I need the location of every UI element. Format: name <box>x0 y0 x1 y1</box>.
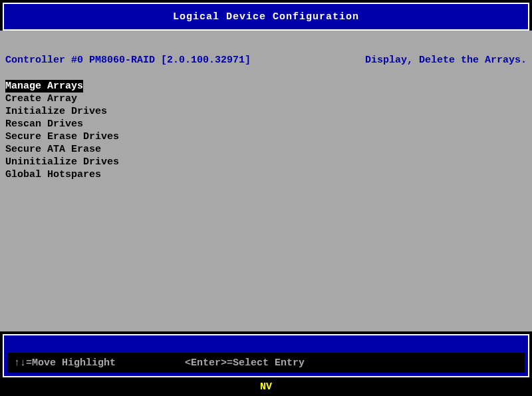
help-select: <Enter>=Select Entry <box>185 357 305 369</box>
info-row: Controller #0 PM8060-RAID [2.0.100.32971… <box>5 55 527 66</box>
menu-item-uninitialize-drives[interactable]: Uninitialize Drives <box>5 156 119 168</box>
menu-item-initialize-drives[interactable]: Initialize Drives <box>5 105 107 118</box>
menu-item-secure-ata-erase[interactable]: Secure ATA Erase <box>5 143 101 156</box>
menu-list: Manage Arrays Create Array Initialize Dr… <box>5 80 119 181</box>
menu-item-global-hotspares[interactable]: Global Hotspares <box>5 168 101 181</box>
footer-box: ↑↓=Move Highlight <Enter>=Select Entry <box>3 334 529 377</box>
controller-label: Controller #0 PM8060-RAID [2.0.100.32971… <box>5 55 251 66</box>
header-box: Logical Device Configuration <box>3 3 529 31</box>
menu-item-create-array[interactable]: Create Array <box>5 93 77 105</box>
menu-item-manage-arrays[interactable]: Manage Arrays <box>5 80 83 93</box>
page-title: Logical Device Configuration <box>173 11 359 23</box>
status-indicator: NV <box>260 381 272 393</box>
help-move: ↑↓=Move Highlight <box>14 357 116 369</box>
menu-item-secure-erase-drives[interactable]: Secure Erase Drives <box>5 130 119 143</box>
menu-item-rescan-drives[interactable]: Rescan Drives <box>5 118 83 130</box>
action-hint: Display, Delete the Arrays. <box>365 55 527 66</box>
help-text: ↑↓=Move Highlight <Enter>=Select Entry <box>14 357 305 369</box>
bottom-status-bar: NV <box>0 377 532 396</box>
help-bar: ↑↓=Move Highlight <Enter>=Select Entry <box>7 353 525 373</box>
main-area: Controller #0 PM8060-RAID [2.0.100.32971… <box>0 31 532 331</box>
